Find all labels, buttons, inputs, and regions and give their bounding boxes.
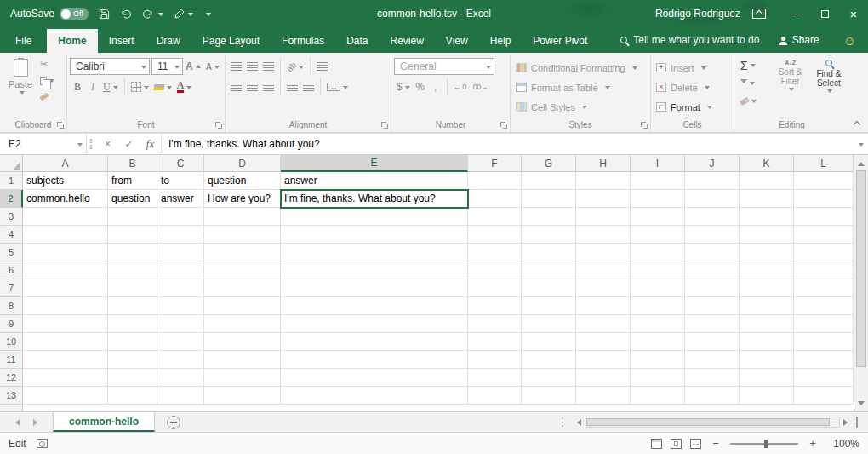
save-button[interactable] [99, 9, 110, 20]
column-header-H[interactable]: H [576, 155, 631, 172]
tab-view[interactable]: View [435, 29, 479, 53]
cell-J3[interactable] [685, 208, 740, 226]
decrease-decimal-button[interactable]: .00→ [469, 78, 491, 96]
cell-E3[interactable] [281, 208, 468, 226]
cell-E9[interactable] [281, 315, 468, 333]
cell-G8[interactable] [522, 297, 576, 315]
row-header-4[interactable]: 4 [0, 226, 23, 244]
previous-sheet-button[interactable] [12, 419, 20, 426]
scroll-down-button[interactable] [854, 398, 868, 411]
cell-L1[interactable] [794, 172, 854, 190]
cell-F5[interactable] [468, 244, 522, 261]
cell-L10[interactable] [794, 333, 854, 351]
tab-file[interactable]: File [0, 29, 47, 53]
number-dialog-launcher[interactable] [500, 122, 508, 129]
cell-G11[interactable] [522, 351, 576, 369]
cell-B10[interactable] [108, 333, 157, 351]
cell-J5[interactable] [685, 244, 740, 261]
cell-D3[interactable] [204, 208, 281, 226]
bottom-align-button[interactable] [260, 58, 277, 76]
cell-C12[interactable] [157, 369, 204, 387]
italic-button[interactable]: I [85, 78, 100, 96]
zoom-slider-thumb[interactable] [764, 440, 768, 448]
cell-D13[interactable] [204, 387, 281, 405]
scroll-left-icon[interactable] [574, 419, 581, 426]
cell-H6[interactable] [576, 261, 631, 279]
cell-G2[interactable] [522, 190, 576, 208]
scroll-up-button[interactable] [854, 155, 868, 169]
touch-mode-button[interactable] [174, 9, 193, 20]
row-header-11[interactable]: 11 [0, 351, 23, 369]
maximize-button[interactable] [810, 0, 839, 27]
cell-J12[interactable] [685, 369, 740, 387]
row-header-6[interactable]: 6 [0, 261, 23, 279]
styles-dialog-launcher[interactable] [641, 122, 648, 129]
cell-H3[interactable] [576, 208, 631, 226]
cell-C4[interactable] [157, 226, 204, 244]
cell-L6[interactable] [794, 261, 854, 279]
tab-page-layout[interactable]: Page Layout [191, 29, 271, 53]
font-color-button[interactable]: A [174, 78, 195, 96]
cell-A6[interactable] [23, 261, 108, 279]
tab-home[interactable]: Home [47, 29, 97, 53]
new-sheet-button[interactable] [167, 416, 180, 429]
ribbon-display-options-icon[interactable] [752, 9, 766, 19]
tab-draw[interactable]: Draw [146, 29, 191, 53]
zoom-level[interactable]: 100% [827, 438, 859, 450]
cell-I12[interactable] [631, 369, 685, 387]
cell-D12[interactable] [204, 369, 281, 387]
cell-D7[interactable] [204, 279, 281, 297]
cell-B1[interactable]: from [108, 172, 157, 190]
decrease-indent-button[interactable] [284, 78, 300, 96]
cell-C10[interactable] [157, 333, 204, 351]
cell-A12[interactable] [23, 369, 108, 387]
borders-button[interactable] [128, 78, 151, 96]
cell-H12[interactable] [576, 369, 631, 387]
row-header-2[interactable]: 2 [0, 190, 23, 208]
accounting-format-button[interactable]: $ [394, 78, 413, 96]
signed-in-user[interactable]: Rodrigo Rodriguez [655, 8, 740, 20]
cell-K2[interactable] [740, 190, 794, 208]
cell-D6[interactable] [204, 261, 281, 279]
cell-B7[interactable] [108, 279, 157, 297]
tab-data[interactable]: Data [335, 29, 379, 53]
cell-I2[interactable] [631, 190, 685, 208]
feedback-smiley-icon[interactable]: ☺ [831, 33, 868, 53]
cell-F10[interactable] [468, 333, 522, 351]
cell-L9[interactable] [794, 315, 854, 333]
cell-C7[interactable] [157, 279, 204, 297]
clear-button[interactable] [737, 92, 769, 110]
cell-G7[interactable] [522, 279, 576, 297]
cell-H4[interactable] [576, 226, 631, 244]
cell-I1[interactable] [631, 172, 685, 190]
cell-K7[interactable] [740, 279, 794, 297]
cell-E10[interactable] [281, 333, 468, 351]
cell-A9[interactable] [23, 315, 108, 333]
collapse-ribbon-button[interactable] [854, 120, 860, 126]
cell-K5[interactable] [740, 244, 794, 261]
row-header-13[interactable]: 13 [0, 387, 23, 405]
cell-H10[interactable] [576, 333, 631, 351]
row-header-10[interactable]: 10 [0, 333, 23, 351]
cell-J7[interactable] [685, 279, 740, 297]
cell-L3[interactable] [794, 208, 854, 226]
tell-me-box[interactable]: Tell me what you want to do [620, 34, 759, 53]
cell-F13[interactable] [468, 387, 522, 405]
row-header-8[interactable]: 8 [0, 297, 23, 315]
column-header-I[interactable]: I [631, 155, 685, 172]
cell-J8[interactable] [685, 297, 740, 315]
font-name-combo[interactable]: Calibri [70, 58, 150, 75]
cell-A3[interactable] [23, 208, 108, 226]
fill-button[interactable] [737, 74, 769, 92]
cell-C5[interactable] [157, 244, 204, 261]
number-format-combo[interactable]: General [394, 58, 494, 75]
format-as-table-button[interactable]: Format as Table [513, 78, 648, 96]
insert-function-button[interactable]: fx [140, 134, 161, 154]
next-sheet-button[interactable] [33, 419, 41, 426]
sort-filter-button[interactable]: A↓Z Sort & Filter [772, 56, 808, 118]
find-select-button[interactable]: Find & Select [811, 56, 847, 118]
cell-F7[interactable] [468, 279, 522, 297]
cell-C6[interactable] [157, 261, 204, 279]
font-dialog-launcher[interactable] [215, 122, 223, 129]
cell-L5[interactable] [794, 244, 854, 261]
